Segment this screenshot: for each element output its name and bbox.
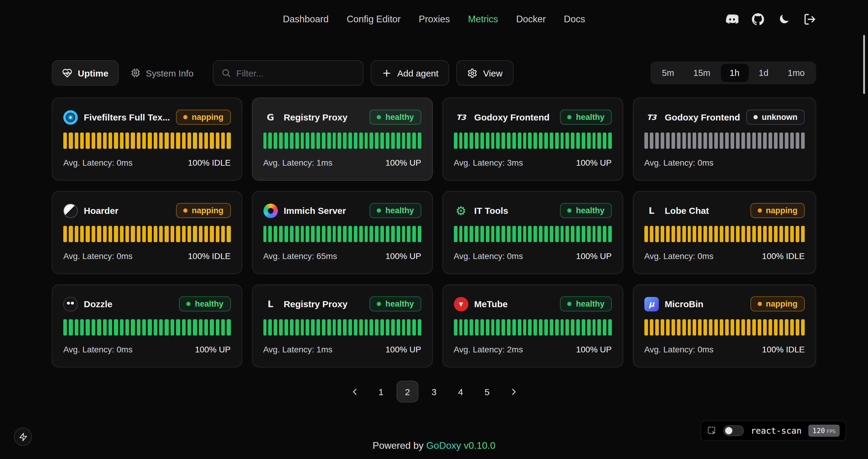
uptime-bar — [370, 319, 373, 335]
fps-unit: FPS — [827, 429, 835, 434]
uptime-bar — [301, 226, 304, 242]
time-range-15m[interactable]: 15m — [684, 64, 719, 82]
uptime-bar — [779, 133, 783, 149]
react-scan-toggle[interactable] — [724, 425, 744, 436]
time-range-1h[interactable]: 1h — [721, 64, 748, 82]
github-icon[interactable] — [752, 13, 764, 26]
add-agent-button[interactable]: Add agent — [371, 60, 450, 86]
search-icon — [221, 68, 231, 78]
nav-link-proxies[interactable]: Proxies — [418, 14, 450, 25]
nav-link-docs[interactable]: Docs — [564, 14, 585, 25]
uptime-bar — [513, 133, 516, 149]
time-range-1mo[interactable]: 1mo — [779, 64, 814, 82]
uptime-text: 100% UP — [385, 251, 421, 261]
uptime-bar — [769, 133, 772, 149]
uptime-bar — [97, 226, 101, 242]
uptime-bar — [486, 319, 489, 335]
uptime-bar — [301, 319, 304, 335]
uptime-bar — [693, 319, 696, 335]
uptime-bar — [698, 319, 702, 335]
uptime-bar — [464, 226, 468, 242]
nav-link-metrics[interactable]: Metrics — [468, 14, 498, 25]
logout-icon[interactable] — [804, 13, 816, 26]
uptime-bar — [418, 226, 421, 242]
uptime-bar — [338, 133, 341, 149]
uptime-bar — [322, 319, 326, 335]
uptime-bar — [454, 133, 457, 149]
uptime-bar — [655, 133, 658, 149]
uptime-bar — [539, 319, 542, 335]
uptime-bar — [187, 226, 191, 242]
tab-uptime[interactable]: Uptime — [52, 60, 119, 86]
pagination-next[interactable] — [503, 381, 524, 402]
service-card[interactable]: T3 Godoxy Frontend unknown Avg. Latency:… — [633, 98, 816, 181]
uptime-bars — [644, 319, 805, 335]
uptime-bar — [720, 226, 724, 242]
inspect-icon[interactable] — [707, 426, 717, 435]
uptime-bar — [182, 133, 186, 149]
quick-actions-button[interactable] — [14, 428, 32, 446]
service-card[interactable]: Hoarder napping Avg. Latency: 0ms 100% I… — [52, 191, 242, 274]
pagination-prev[interactable] — [344, 381, 365, 402]
card-footer: Avg. Latency: 65ms 100% UP — [263, 251, 421, 261]
service-card[interactable]: Dozzle healthy Avg. Latency: 0ms 100% UP — [52, 284, 242, 367]
time-range-1d[interactable]: 1d — [749, 64, 777, 82]
uptime-bar — [598, 319, 601, 335]
service-card[interactable]: Fivefilters Full Tex... napping Avg. Lat… — [52, 98, 242, 181]
time-range-5m[interactable]: 5m — [653, 64, 683, 82]
page-5[interactable]: 5 — [476, 381, 498, 402]
service-card[interactable]: ⚙ IT Tools healthy Avg. Latency: 0ms 100… — [442, 191, 623, 274]
uptime-bar — [603, 319, 607, 335]
uptime-bar — [687, 319, 691, 335]
uptime-bar — [380, 226, 384, 242]
service-icon — [263, 203, 278, 218]
status-label: unknown — [762, 112, 798, 122]
uptime-text: 100% UP — [385, 345, 421, 354]
card-footer: Avg. Latency: 0ms 100% IDLE — [63, 158, 230, 167]
uptime-bar — [576, 133, 580, 149]
nav-link-docker[interactable]: Docker — [516, 14, 546, 25]
service-icon: L — [644, 203, 659, 218]
service-card[interactable]: μ MicroBin napping Avg. Latency: 0ms 100… — [633, 284, 816, 367]
view-button[interactable]: View — [457, 60, 514, 86]
nav-link-dashboard[interactable]: Dashboard — [283, 14, 329, 25]
godoxy-brand-link[interactable]: GoDoxy — [426, 440, 461, 451]
discord-icon[interactable] — [724, 12, 738, 26]
page-1[interactable]: 1 — [370, 381, 392, 402]
uptime-bar — [598, 133, 601, 149]
uptime-bar — [763, 226, 767, 242]
uptime-bar — [92, 319, 96, 335]
uptime-bar — [592, 319, 596, 335]
status-dot — [377, 302, 381, 306]
page-2[interactable]: 2 — [397, 381, 418, 402]
service-card[interactable]: G Registry Proxy healthy Avg. Latency: 1… — [252, 98, 433, 181]
service-card[interactable]: T3 Godoxy Frontend healthy Avg. Latency:… — [442, 98, 623, 181]
uptime-bar — [92, 133, 96, 149]
scrollbar-thumb[interactable] — [863, 35, 865, 94]
service-icon — [63, 110, 78, 124]
tab-system-info[interactable]: System Info — [124, 60, 201, 86]
uptime-bar — [650, 226, 653, 242]
uptime-bar — [550, 133, 553, 149]
service-card[interactable]: L Lobe Chat napping Avg. Latency: 0ms 10… — [633, 191, 816, 274]
uptime-bar — [459, 226, 463, 242]
uptime-bar — [402, 133, 405, 149]
uptime-bar — [154, 319, 158, 335]
card-footer: Avg. Latency: 2ms 100% UP — [454, 345, 612, 354]
service-card[interactable]: L Registry Proxy healthy Avg. Latency: 1… — [252, 284, 433, 367]
nav-link-config-editor[interactable]: Config Editor — [347, 14, 401, 25]
uptime-bar — [333, 226, 336, 242]
uptime-bar — [592, 226, 596, 242]
page-4[interactable]: 4 — [450, 381, 471, 402]
fps-value: 120 — [812, 426, 825, 435]
uptime-bar — [758, 133, 761, 149]
page-3[interactable]: 3 — [423, 381, 445, 402]
uptime-bar — [198, 226, 203, 242]
filter-input[interactable] — [236, 68, 355, 78]
uptime-bar — [279, 319, 283, 335]
uptime-bar — [534, 226, 537, 242]
service-card[interactable]: Immich Server healthy Avg. Latency: 65ms… — [252, 191, 433, 274]
dark-mode-icon[interactable] — [778, 13, 790, 26]
service-card[interactable]: ▼ MeTube healthy Avg. Latency: 2ms 100% … — [442, 284, 623, 367]
card-header: L Lobe Chat napping — [644, 203, 805, 218]
